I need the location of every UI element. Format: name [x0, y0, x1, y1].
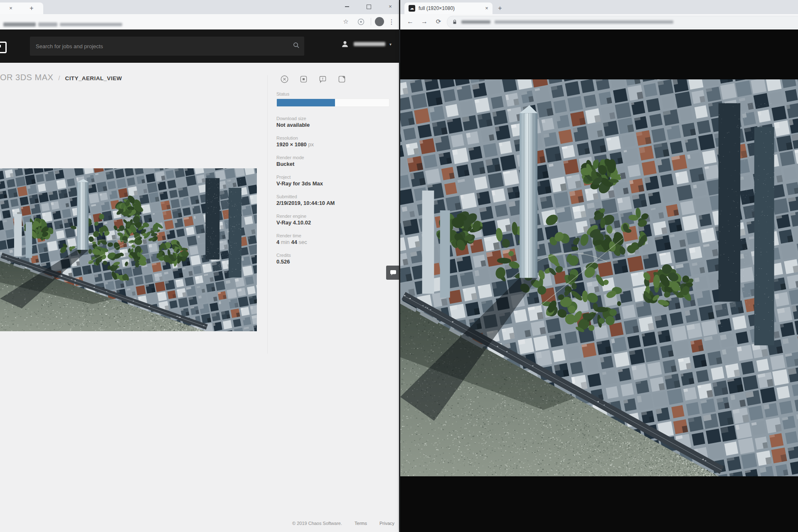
status-progress-bar [276, 99, 389, 107]
user-menu[interactable]: ▾ [340, 39, 392, 49]
stop-job-icon[interactable] [298, 74, 309, 84]
tab-strip-left: × + × [0, 0, 399, 14]
field-project: Project V-Ray for 3ds Max [276, 174, 389, 187]
app-footer: © 2019 Chaos Software. Terms Privacy [292, 521, 394, 526]
search-input[interactable] [30, 43, 288, 49]
chat-bubble-icon [390, 270, 397, 276]
image-preview-icon[interactable] [336, 74, 347, 84]
browser-window-image-viewer: ☁ full (1920×1080) × + ← → ⟳ [400, 0, 798, 532]
resolution-value: 1920 × 1080 [276, 141, 307, 148]
address-bar[interactable] [447, 16, 798, 28]
user-name-redacted [354, 42, 385, 46]
field-label: Download size [276, 116, 389, 121]
search-box [30, 37, 304, 56]
field-submitted: Submitted 2/19/2019, 10:44:10 AM [276, 194, 389, 207]
field-value: 2/19/2019, 10:44:10 AM [276, 200, 389, 207]
desktop: × + × ☆ ⋮ [0, 0, 798, 532]
circle-badge-icon[interactable] [356, 14, 366, 29]
chaos-cloud-app: ▾ OR 3DS MAX / CITY_AERIAL_VIEW [0, 30, 399, 532]
status-label: Status [276, 91, 389, 97]
full-render-image [400, 79, 798, 476]
address-bar-redacted[interactable] [38, 22, 57, 27]
tab-full-image[interactable]: ☁ full (1920×1080) × [404, 2, 493, 14]
browser-window-cloud-app: × + × ☆ ⋮ [0, 0, 399, 532]
toolbar-divider [371, 18, 371, 25]
field-label: Submitted [276, 194, 389, 200]
window-maximize-button[interactable] [363, 3, 374, 10]
browser-toolbar-left: ☆ ⋮ [0, 14, 399, 30]
panel-divider [267, 75, 268, 354]
window-minimize-button[interactable] [342, 3, 352, 10]
copyright-text: © 2019 Chaos Software. [292, 521, 342, 526]
feedback-chat-button[interactable] [386, 266, 399, 280]
url-path-redacted [495, 20, 673, 24]
field-label: Resolution [276, 135, 389, 141]
report-problem-icon[interactable] [317, 74, 328, 84]
minimize-icon [345, 6, 349, 7]
field-value: V-Ray for 3ds Max [276, 180, 389, 187]
tab-title: full (1920×1080) [419, 5, 483, 11]
window-close-button[interactable]: × [385, 3, 396, 10]
field-value: Not available [276, 121, 389, 128]
job-page-content: OR 3DS MAX / CITY_AERIAL_VIEW [0, 63, 399, 532]
field-render-mode: Render mode Bucket [276, 155, 389, 167]
cloud-favicon: ☁ [409, 5, 415, 12]
tab-strip-right: ☁ full (1920×1080) × + [400, 0, 798, 14]
breadcrumb-project-link[interactable]: OR 3DS MAX [0, 73, 53, 82]
window-controls: × [342, 0, 396, 12]
field-value: 0.526 [276, 258, 389, 265]
field-value: V-Ray 4.10.02 [276, 219, 389, 226]
maximize-icon [367, 5, 371, 9]
profile-avatar[interactable] [375, 17, 384, 26]
field-download-size: Download size Not available [276, 116, 389, 128]
caret-down-icon: ▾ [389, 42, 392, 47]
person-icon [340, 39, 350, 49]
field-render-engine: Render engine V-Ray 4.10.02 [276, 213, 389, 226]
render-time-sec-unit: sec [299, 239, 307, 245]
field-resolution: Resolution 1920 × 1080 px [276, 135, 389, 148]
browser-toolbar-right: ← → ⟳ [400, 14, 798, 30]
resolution-unit: px [308, 141, 314, 148]
field-label: Render engine [276, 213, 389, 219]
menu-dots-icon[interactable]: ⋮ [387, 14, 397, 29]
breadcrumb-job-name: CITY_AERIAL_VIEW [65, 75, 122, 81]
reload-icon[interactable]: ⟳ [433, 14, 444, 29]
field-credits: Credits 0.526 [276, 252, 389, 265]
new-tab-button[interactable]: + [27, 3, 37, 13]
field-label: Credits [276, 252, 389, 258]
tab-cloud-app[interactable]: × [0, 2, 43, 14]
circle-badge-icon [357, 18, 365, 25]
tab-close-icon[interactable]: × [7, 5, 14, 12]
render-time-minutes: 4 [276, 239, 279, 245]
job-details-panel: Status Download size Not available Resol… [276, 74, 389, 272]
abort-job-icon[interactable] [279, 74, 290, 84]
app-logo-icon[interactable] [0, 42, 7, 53]
bookmark-star-icon[interactable]: ☆ [341, 14, 351, 29]
terms-link[interactable]: Terms [355, 521, 367, 526]
field-label: Render mode [276, 155, 389, 160]
breadcrumb: OR 3DS MAX / CITY_AERIAL_VIEW [0, 73, 122, 82]
field-value: Bucket [276, 160, 389, 167]
address-bar-redacted[interactable] [3, 22, 36, 27]
job-actions [276, 74, 389, 84]
field-value: 4 min 44 sec [276, 239, 389, 246]
forward-icon[interactable]: → [419, 14, 430, 29]
render-time-min-unit: min [281, 239, 290, 245]
search-icon[interactable] [288, 42, 304, 50]
breadcrumb-separator: / [58, 74, 60, 81]
image-viewer [400, 30, 798, 532]
render-thumbnail-image[interactable] [0, 168, 257, 331]
tab-close-icon[interactable]: × [483, 5, 490, 12]
address-bar-redacted[interactable] [60, 23, 122, 26]
back-icon[interactable]: ← [404, 14, 416, 29]
field-label: Project [276, 174, 389, 180]
privacy-link[interactable]: Privacy [379, 521, 394, 526]
field-render-time: Render time 4 min 44 sec [276, 233, 389, 246]
url-domain-redacted [461, 20, 490, 24]
lock-icon [452, 19, 457, 25]
render-time-seconds: 44 [291, 239, 297, 245]
field-label: Render time [276, 233, 389, 239]
new-tab-button[interactable]: + [495, 3, 505, 13]
app-header: ▾ [0, 30, 399, 63]
field-value: 1920 × 1080 px [276, 141, 389, 148]
